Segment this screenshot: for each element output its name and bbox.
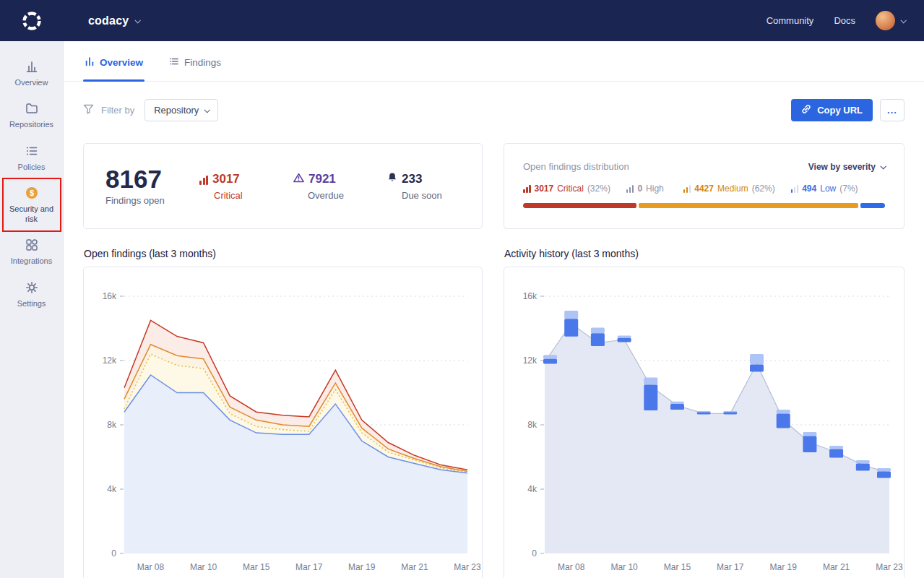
more-options-button[interactable]: ... xyxy=(880,99,904,121)
topbar: codacy Community Docs xyxy=(0,0,924,41)
due-soon-value: 233 xyxy=(402,172,422,186)
org-switcher[interactable]: codacy xyxy=(88,14,139,27)
sidebar-item-repositories[interactable]: Repositories xyxy=(4,95,60,136)
svg-text:12k: 12k xyxy=(103,355,117,366)
copy-url-button[interactable]: Copy URL xyxy=(791,99,873,121)
legend-label: Medium xyxy=(717,184,748,194)
overdue-label: Overdue xyxy=(308,190,387,201)
svg-text:Mar 10: Mar 10 xyxy=(190,562,217,572)
user-menu[interactable] xyxy=(876,11,905,30)
legend-item-low: 494 Low (7%) xyxy=(791,184,858,194)
sidebar-item-label: Overview xyxy=(15,77,48,87)
svg-text:16k: 16k xyxy=(523,291,537,301)
sidebar-item-label: Policies xyxy=(18,162,46,172)
svg-text:16k: 16k xyxy=(103,291,117,301)
legend-pct: (7%) xyxy=(839,184,858,194)
tab-label: Findings xyxy=(184,57,221,68)
legend-value: 3017 xyxy=(535,184,554,194)
svg-text:8k: 8k xyxy=(107,420,117,430)
severity-distribution-bar xyxy=(523,203,885,208)
docs-link[interactable]: Docs xyxy=(834,15,855,26)
activity-history-chart: 04k8k12k16kMar 08Mar 10Mar 15Mar 17Mar 1… xyxy=(504,267,904,578)
distribution-title: Open findings distribution xyxy=(523,161,629,172)
open-findings-distribution-card: Open findings distribution View by sever… xyxy=(504,143,904,229)
sidebar-item-label: Repositories xyxy=(9,119,53,129)
svg-text:Mar 17: Mar 17 xyxy=(717,562,744,572)
findings-summary-card: 8167 Findings open 3017 Critical xyxy=(83,143,483,229)
copy-url-label: Copy URL xyxy=(817,105,863,116)
bell-icon xyxy=(387,172,397,186)
sidebar-item-overview[interactable]: Overview xyxy=(4,53,60,94)
svg-text:Mar 21: Mar 21 xyxy=(401,562,428,572)
charts-row: Open findings (last 3 months) 04k8k12k16… xyxy=(64,229,924,578)
link-icon xyxy=(801,104,811,116)
findings-open-value: 8167 xyxy=(105,166,199,191)
svg-text:0: 0 xyxy=(111,548,116,558)
svg-text:8k: 8k xyxy=(527,420,537,430)
sidebar-item-label: Settings xyxy=(17,298,46,309)
legend-value: 0 xyxy=(637,184,642,194)
svg-text:4k: 4k xyxy=(107,484,117,494)
sidebar-item-label: Integrations xyxy=(11,256,52,266)
sidebar: Overview Repositories Policies $ Securit… xyxy=(0,41,64,578)
svg-text:Mar 23: Mar 23 xyxy=(876,562,903,572)
codacy-logo[interactable] xyxy=(0,10,64,32)
sidebar-item-security-and-risk[interactable]: $ Security and risk xyxy=(4,179,60,231)
legend-value: 4427 xyxy=(694,184,714,194)
svg-text:Mar 08: Mar 08 xyxy=(137,562,165,572)
codacy-app: codacy Community Docs Overview Repositor… xyxy=(0,0,924,578)
tab-overview[interactable]: Overview xyxy=(83,56,144,81)
sidebar-item-policies[interactable]: Policies xyxy=(4,137,60,178)
severity-critical-icon xyxy=(199,176,208,185)
sidebar-item-label: Security and risk xyxy=(8,204,56,225)
legend-pct: (62%) xyxy=(752,184,775,194)
legend-item-critical: 3017 Critical (32%) xyxy=(523,184,610,194)
activity-history-chart-card: 04k8k12k16kMar 08Mar 10Mar 15Mar 17Mar 1… xyxy=(504,267,904,578)
tab-findings[interactable]: Findings xyxy=(168,56,223,81)
svg-text:Mar 19: Mar 19 xyxy=(348,562,376,572)
svg-text:$: $ xyxy=(29,189,33,197)
filter-by-label: Filter by xyxy=(101,105,134,116)
severity-medium-icon xyxy=(683,185,691,193)
topbar-right: Community Docs xyxy=(767,11,924,30)
repository-filter-dropdown[interactable]: Repository xyxy=(144,99,218,121)
severity-high-icon xyxy=(626,185,634,193)
findings-open-label: Findings open xyxy=(105,195,199,206)
legend-item-high: 0 High xyxy=(626,184,668,194)
folder-icon xyxy=(25,101,39,116)
list-icon xyxy=(25,144,39,158)
view-by-severity-label: View by severity xyxy=(808,162,876,172)
svg-text:0: 0 xyxy=(532,548,537,558)
open-findings-title: Open findings (last 3 months) xyxy=(84,248,483,259)
view-by-severity-dropdown[interactable]: View by severity xyxy=(808,162,885,172)
svg-text:Mar 19: Mar 19 xyxy=(770,562,798,572)
severity-legend: 3017 Critical (32%) 0 High 4427 Medium xyxy=(523,184,885,194)
svg-text:Mar 15: Mar 15 xyxy=(243,562,270,572)
svg-text:Mar 10: Mar 10 xyxy=(610,562,638,572)
critical-stat: 3017 Critical xyxy=(199,172,293,201)
severity-critical-icon xyxy=(523,185,531,193)
open-findings-chart-card: 04k8k12k16kMar 08Mar 10Mar 15Mar 17Mar 1… xyxy=(83,267,483,578)
warning-triangle-icon xyxy=(293,172,304,186)
svg-text:Mar 17: Mar 17 xyxy=(295,562,323,572)
filter-icon xyxy=(83,104,94,117)
sidebar-item-integrations[interactable]: Integrations xyxy=(4,231,60,272)
severity-low-icon xyxy=(791,185,799,193)
svg-text:Mar 08: Mar 08 xyxy=(558,562,585,572)
community-link[interactable]: Community xyxy=(767,15,814,26)
legend-value: 494 xyxy=(802,184,816,194)
repository-filter-label: Repository xyxy=(154,105,199,116)
svg-text:Mar 15: Mar 15 xyxy=(664,562,691,572)
open-findings-chart: 04k8k12k16kMar 08Mar 10Mar 15Mar 17Mar 1… xyxy=(84,267,482,578)
legend-pct: (32%) xyxy=(587,184,610,194)
main-content: Overview Findings Filter by Repository xyxy=(64,41,924,578)
activity-history-title: Activity history (last 3 months) xyxy=(504,248,904,259)
findings-list-icon xyxy=(169,56,179,69)
activity-history-section: Activity history (last 3 months) 04k8k12… xyxy=(504,248,904,578)
sidebar-item-settings[interactable]: Settings xyxy=(4,274,60,315)
security-coin-icon: $ xyxy=(25,186,39,200)
legend-label: High xyxy=(646,184,664,194)
legend-label: Low xyxy=(820,184,836,194)
bar-chart-icon xyxy=(25,59,39,74)
svg-text:Mar 21: Mar 21 xyxy=(823,562,850,572)
